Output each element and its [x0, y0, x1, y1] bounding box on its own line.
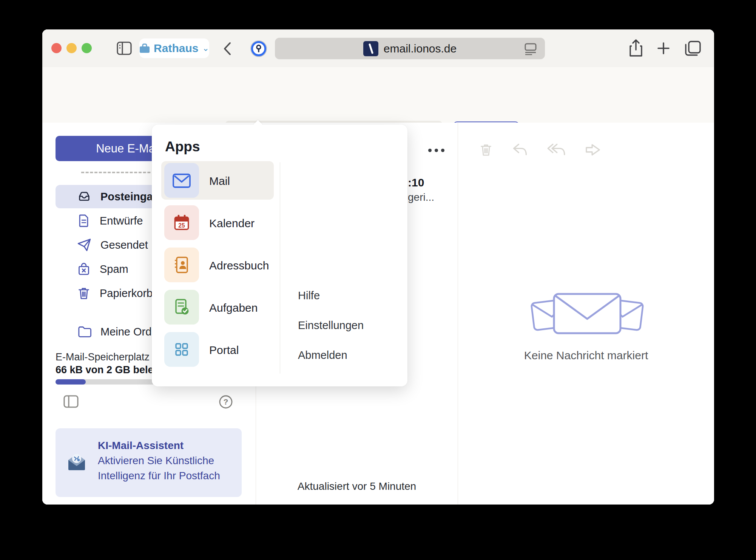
mail-app-icon [172, 172, 191, 189]
sidebar-item-label: Entwürfe [100, 215, 143, 227]
apps-popover: Apps Mail [152, 125, 407, 386]
screenshot-stage: Rathaus ⌄ [0, 0, 756, 560]
message-time-fragment: :10 [408, 176, 424, 189]
app-portal-label[interactable]: Portal [209, 344, 285, 357]
collapse-sidebar-icon [63, 395, 79, 408]
ki-mail-assistant-banner[interactable]: KI-Mail-Assistent Aktivieren Sie Künstli… [56, 428, 242, 497]
sidebar-help-button[interactable]: ? [218, 394, 233, 409]
sidebar-item-label: Gesendet [100, 239, 148, 251]
draft-icon [76, 213, 91, 229]
app-mail-button[interactable] [164, 163, 199, 198]
inbox-icon [76, 189, 92, 205]
message-subject-fragment: geri... [408, 191, 434, 203]
share-icon[interactable] [629, 39, 643, 57]
storage-title: E-Mail-Speicherplatz [56, 351, 150, 363]
app-kalender-button[interactable]: 25 [164, 205, 199, 240]
new-tab-icon[interactable] [657, 42, 670, 55]
reader-mode-icon[interactable] [524, 43, 537, 55]
app-adressbuch-label[interactable]: Adressbuch [209, 259, 285, 272]
sidebar-item-label: Papierkorb [100, 287, 153, 300]
spam-icon [76, 261, 91, 277]
url-text: email.ionos.de [384, 42, 457, 55]
reply-all-icon[interactable] [546, 142, 566, 157]
delete-message-icon[interactable] [478, 142, 494, 158]
briefcase-icon [139, 43, 150, 53]
reply-icon[interactable] [512, 142, 528, 157]
webmail-header: IONOS [42, 67, 714, 123]
trash-icon [76, 285, 91, 301]
popover-divider [280, 162, 280, 374]
storage-progress-fill [56, 379, 86, 385]
ki-banner-title: KI-Mail-Assistent [98, 440, 184, 452]
app-portal-button[interactable] [164, 332, 199, 367]
menu-item-abmelden[interactable]: Abmelden [298, 349, 347, 362]
chevron-down-icon: ⌄ [202, 43, 209, 53]
address-bar[interactable]: email.ionos.de [275, 38, 545, 59]
ki-banner-line1: Aktivieren Sie Künstliche [98, 455, 214, 467]
app-mail-label[interactable]: Mail [209, 175, 285, 188]
app-adressbuch-button[interactable] [164, 248, 199, 282]
calendar-app-icon: 25 [172, 213, 191, 232]
addressbook-app-icon [173, 255, 191, 274]
favorites-drop-area [81, 172, 155, 173]
onepassword-icon[interactable] [250, 40, 267, 57]
list-updated-status: Aktualisiert vor 5 Minuten [281, 480, 432, 492]
tab-group-label: Rathaus [154, 42, 198, 55]
collapse-sidebar-button[interactable] [63, 395, 79, 408]
apps-title: Apps [165, 139, 200, 155]
site-favicon [363, 41, 378, 56]
zoom-window-button[interactable] [82, 43, 92, 53]
folder-icon [76, 324, 92, 339]
portal-app-icon [173, 340, 191, 358]
tab-overview-icon[interactable] [684, 40, 702, 57]
tab-group-button[interactable]: Rathaus ⌄ [139, 38, 209, 58]
browser-window: Rathaus ⌄ [42, 29, 714, 505]
app-kalender-label[interactable]: Kalender [209, 217, 285, 230]
menu-item-einstellungen[interactable]: Einstellungen [298, 319, 364, 332]
svg-text:?: ? [224, 397, 228, 406]
sidebar-item-label: Spam [100, 263, 128, 275]
send-icon [76, 237, 92, 253]
svg-text:25: 25 [178, 222, 185, 229]
browser-toolbar: Rathaus ⌄ [42, 29, 714, 68]
empty-state-caption: Keine Nachricht markiert [511, 349, 662, 362]
minimize-window-button[interactable] [66, 43, 77, 53]
storage-usage: 66 kB von 2 GB belegt [56, 364, 163, 376]
back-button[interactable] [223, 42, 232, 56]
app-aufgaben-label[interactable]: Aufgaben [209, 302, 285, 314]
close-window-button[interactable] [51, 43, 62, 53]
ki-banner-line2: Intelligenz für Ihr Postfach [98, 470, 220, 482]
help-circle-icon: ? [218, 394, 233, 409]
app-aufgaben-button[interactable] [164, 290, 199, 325]
list-more-button[interactable] [428, 146, 449, 154]
empty-state-illustration [531, 292, 644, 335]
menu-item-hilfe[interactable]: Hilfe [298, 289, 320, 302]
reading-toolbar [478, 142, 602, 158]
content-area: Neue E-Mail Posteingang Entwürfe [42, 123, 714, 505]
tasks-app-icon [172, 298, 191, 317]
ki-assistant-icon [66, 452, 87, 471]
forward-icon[interactable] [584, 142, 602, 157]
sidebar-toggle-icon[interactable] [117, 41, 132, 55]
